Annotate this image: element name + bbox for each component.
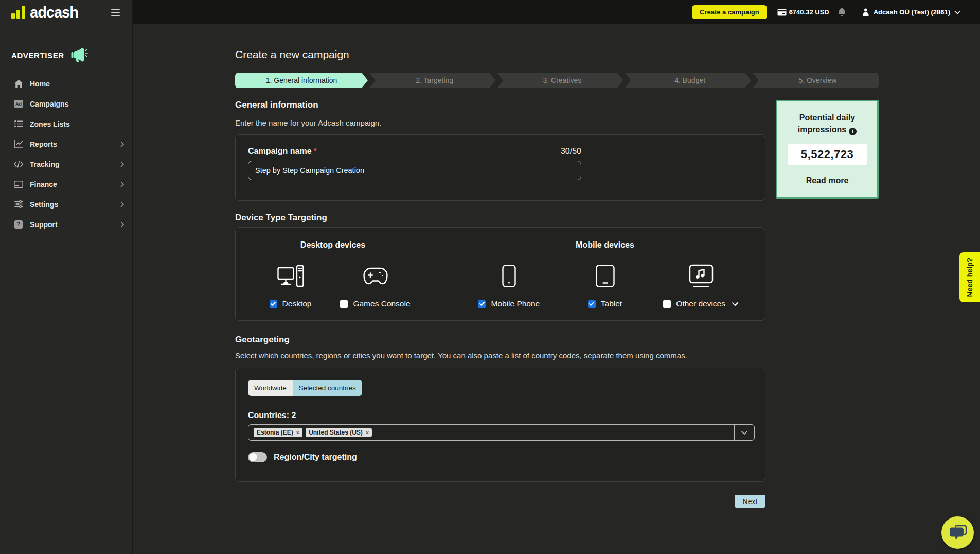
sidebar-item-finance[interactable]: Finance (0, 174, 132, 194)
next-button[interactable]: Next (735, 495, 765, 508)
country-tag: United States (US) × (306, 428, 372, 437)
geotargeting-description: Select which countries, regions or citie… (235, 351, 765, 360)
create-campaign-button[interactable]: Create a campaign (692, 5, 767, 19)
tablet-icon (596, 265, 615, 287)
chevron-right-icon (120, 181, 124, 187)
zones-lists-icon (14, 119, 23, 129)
device-option-tablet[interactable]: Tablet (588, 299, 622, 308)
impressions-value: 5,522,723 (788, 144, 867, 165)
general-information-description: Enter the name for your Adcash campaign. (235, 118, 765, 127)
main-content: Create a new campaign 1. General informa… (235, 24, 879, 508)
selected-countries-button[interactable]: Selected countries (293, 380, 362, 396)
desktop-devices-title: Desktop devices (248, 240, 418, 250)
device-targeting-panel: Desktop devices (235, 227, 765, 321)
char-counter: 30/50 (561, 147, 581, 156)
sidebar-item-tracking[interactable]: Tracking (0, 154, 132, 174)
mobile-phone-checkbox[interactable] (478, 300, 486, 308)
reports-icon (14, 140, 23, 149)
step-budget[interactable]: 4. Budget (625, 73, 751, 88)
other-devices-checkbox[interactable] (663, 300, 671, 308)
wallet-icon (777, 9, 787, 16)
country-tag: Estonia (EE) × (254, 428, 302, 437)
read-more-link[interactable]: Read more (782, 176, 872, 185)
menu-toggle-icon[interactable] (111, 9, 120, 16)
chevron-right-icon (120, 161, 124, 167)
step-targeting[interactable]: 2. Targeting (369, 73, 495, 88)
desktop-icon (277, 265, 304, 287)
info-icon[interactable]: i (849, 128, 857, 135)
sidebar-item-zones-lists[interactable]: Zones Lists (0, 114, 132, 134)
adcash-bars-icon (11, 6, 25, 19)
portal-label: ADVERTISER (11, 51, 64, 60)
countries-dropdown-button[interactable] (734, 425, 754, 440)
support-icon: ? (14, 220, 23, 229)
impressions-title: Potential daily impressionsi (782, 112, 872, 135)
account-menu[interactable]: Adcash OÜ (Test) (2861) (862, 8, 960, 16)
finance-icon (14, 180, 23, 189)
chevron-down-icon (954, 10, 960, 14)
campaign-name-label: Campaign name (248, 147, 312, 155)
other-devices-icon (688, 265, 715, 287)
sidebar-item-home[interactable]: Home (0, 74, 132, 94)
sidebar-nav: Home Ad Campaigns Zones Lists (0, 74, 132, 234)
geo-mode-switch: Worldwide Selected countries (248, 380, 362, 396)
chevron-right-icon (120, 141, 124, 147)
chat-icon (949, 525, 967, 541)
region-city-toggle-label: Region/City targeting (274, 453, 357, 462)
adcash-logo[interactable]: adcash (11, 6, 78, 19)
desktop-checkbox[interactable] (270, 300, 277, 308)
chevron-right-icon (120, 221, 124, 228)
sidebar: adcash ADVERTISER Home Ad Campaigns (0, 0, 133, 554)
wizard-steps: 1. General information 2. Targeting 3. C… (235, 73, 879, 88)
balance-amount: 6740.32 USD (789, 8, 829, 16)
sidebar-item-support[interactable]: ? Support (0, 214, 132, 234)
sidebar-item-campaigns[interactable]: Ad Campaigns (0, 94, 132, 114)
sidebar-item-settings[interactable]: Settings (0, 194, 132, 214)
settings-icon (14, 200, 23, 209)
remove-tag-icon[interactable]: × (296, 429, 299, 436)
home-icon (14, 79, 23, 89)
campaign-name-panel: Campaign name* 30/50 Step by Step Campai… (235, 134, 765, 201)
mobile-devices-title: Mobile devices (461, 240, 749, 250)
chevron-right-icon (120, 201, 124, 207)
geotargeting-heading: Geotargeting (235, 335, 765, 345)
page-title: Create a new campaign (235, 48, 879, 61)
account-name: Adcash OÜ (Test) (2861) (874, 8, 950, 16)
balance[interactable]: 6740.32 USD (777, 8, 829, 16)
countries-input[interactable]: Estonia (EE) × United States (US) × (248, 424, 755, 441)
device-option-desktop[interactable]: Desktop (270, 299, 312, 308)
person-icon (862, 8, 869, 16)
step-general-information[interactable]: 1. General information (235, 73, 368, 88)
geotargeting-panel: Worldwide Selected countries Countries: … (235, 368, 765, 482)
device-targeting-heading: Device Type Targeting (235, 213, 765, 223)
campaign-name-input[interactable]: Step by Step Campaign Creation (248, 161, 581, 180)
campaigns-icon: Ad (14, 99, 23, 109)
need-help-tab[interactable]: Need help? (959, 252, 980, 302)
required-asterisk: * (314, 147, 317, 155)
worldwide-button[interactable]: Worldwide (248, 380, 293, 396)
chevron-down-icon[interactable] (732, 302, 739, 306)
step-overview[interactable]: 5. Overview (753, 73, 879, 88)
device-option-games-console[interactable]: Games Console (340, 299, 410, 308)
device-option-other-devices[interactable]: Other devices (663, 299, 739, 308)
general-information-heading: General information (235, 100, 765, 110)
topbar: Create a campaign 6740.32 USD Adcash OÜ … (133, 0, 980, 24)
games-console-icon (363, 265, 388, 287)
step-creatives[interactable]: 3. Creatives (497, 73, 623, 88)
adcash-logo-text: adcash (30, 6, 78, 19)
games-console-checkbox[interactable] (340, 300, 348, 308)
remove-tag-icon[interactable]: × (366, 429, 369, 436)
megaphone-icon (70, 47, 88, 63)
tracking-icon (14, 160, 23, 169)
region-city-toggle-row: Region/City targeting (248, 452, 753, 462)
region-city-toggle[interactable] (248, 452, 267, 462)
device-option-mobile-phone[interactable]: Mobile Phone (478, 299, 540, 308)
tablet-checkbox[interactable] (588, 300, 596, 308)
potential-impressions-card: Potential daily impressionsi 5,522,723 R… (776, 100, 879, 199)
bell-icon[interactable] (838, 8, 846, 16)
countries-count-label: Countries: 2 (248, 411, 753, 420)
chat-widget-button[interactable] (941, 516, 974, 549)
mobile-phone-icon (502, 265, 516, 287)
sidebar-item-reports[interactable]: Reports (0, 134, 132, 154)
